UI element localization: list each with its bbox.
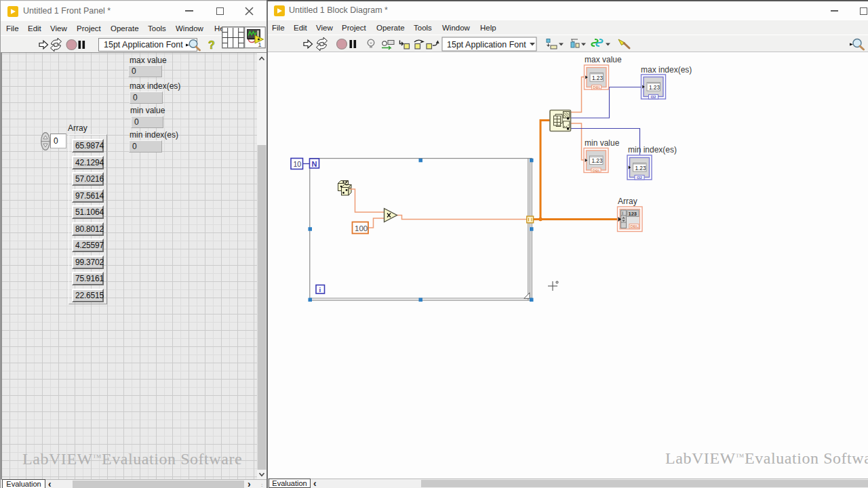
svg-text:max value: max value [585,55,622,64]
svg-text:i: i [319,286,321,293]
svg-text:N: N [312,160,317,168]
svg-text:123: 123 [629,211,637,217]
svg-text:?: ? [208,39,215,51]
svg-text:max index(es): max index(es) [641,65,692,75]
svg-text:100: 100 [355,224,368,232]
svg-text:15pt Application Font: 15pt Application Font [447,40,526,49]
svg-text:min value: min value [585,138,620,148]
svg-text:15pt Application Font: 15pt Application Font [104,40,183,49]
svg-text:DBL: DBL [631,224,639,228]
svg-text:10: 10 [294,160,302,168]
svg-text:Array: Array [618,197,637,206]
svg-text:i: i [623,211,623,216]
svg-text:min index(es): min index(es) [628,145,677,155]
svg-text:1: 1 [258,41,262,48]
